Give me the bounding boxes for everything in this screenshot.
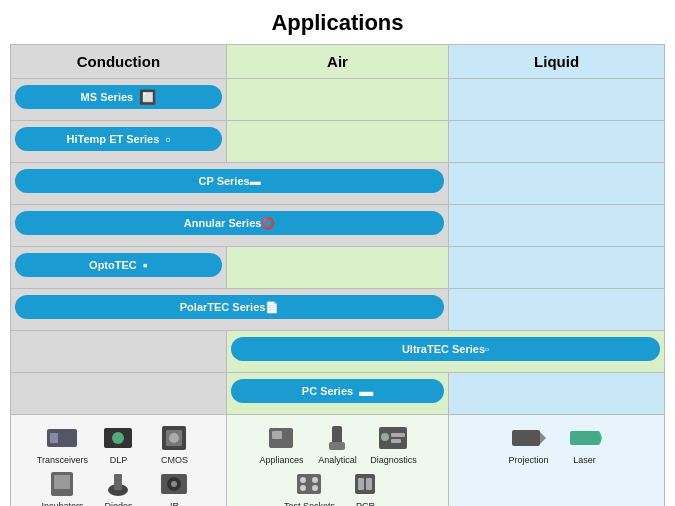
optotec-series-cell: OptoTEC ▪	[11, 247, 227, 289]
appliances-icon	[263, 423, 299, 453]
list-item: Incubators	[36, 469, 88, 506]
annular-series-cell: Annular Series ⭕	[11, 205, 449, 247]
col-header-liquid: Liquid	[449, 45, 665, 79]
svg-rect-34	[570, 431, 600, 445]
diagnostics-label: Diagnostics	[370, 455, 417, 465]
page-title: Applications	[0, 0, 675, 44]
list-item: IR	[148, 469, 200, 506]
ultratec-icon: ▫	[485, 343, 489, 355]
laser-label: Laser	[573, 455, 596, 465]
conduction-icons-cell: Transceivers DLP CMOS	[11, 415, 227, 507]
svg-point-27	[312, 477, 318, 483]
svg-point-21	[381, 433, 389, 441]
list-item: PCR	[339, 469, 391, 506]
pc-series-cell: PC Series ▬	[226, 373, 448, 415]
polartec-icon: 📄	[265, 301, 279, 314]
test-sockets-icon	[291, 469, 327, 499]
list-item: Diodes	[92, 469, 144, 506]
cmos-label: CMOS	[161, 455, 188, 465]
svg-rect-1	[50, 433, 58, 443]
ir-icon	[156, 469, 192, 499]
annular-icon: ⭕	[261, 217, 275, 230]
svg-rect-23	[391, 439, 401, 443]
col-header-conduction: Conduction	[11, 45, 227, 79]
list-item: Projection	[503, 423, 555, 465]
col-header-air: Air	[226, 45, 448, 79]
hitemp-icon: ▫️	[165, 131, 170, 147]
liquid-icon-grid: Projection Laser	[453, 423, 660, 465]
polartec-series-btn[interactable]: PolarTEC Series 📄	[15, 295, 444, 319]
svg-rect-30	[358, 478, 364, 490]
projection-label: Projection	[509, 455, 549, 465]
liquid-icons-cell: Projection Laser	[449, 415, 665, 507]
incubators-label: Incubators	[41, 501, 83, 506]
svg-point-25	[300, 477, 306, 483]
ms-series-cell: MS Series 🔲	[11, 79, 227, 121]
ms-series-btn[interactable]: MS Series 🔲	[15, 85, 222, 109]
svg-rect-10	[114, 474, 122, 490]
hitemp-series-cell: HiTemp ET Series ▫️	[11, 121, 227, 163]
analytical-icon	[319, 423, 355, 453]
transceivers-label: Transceivers	[37, 455, 88, 465]
ultratec-series-btn[interactable]: UltraTEC Series ▫	[231, 337, 660, 361]
list-item: DLP	[92, 423, 144, 465]
cp-series-cell: CP Series ▬	[11, 163, 449, 205]
air-icons-cell: Appliances Analytical Diagnostics	[226, 415, 448, 507]
optotec-icon: ▪	[143, 257, 148, 273]
svg-rect-17	[272, 431, 282, 439]
diodes-label: Diodes	[104, 501, 132, 506]
svg-marker-35	[600, 432, 602, 444]
svg-rect-31	[366, 478, 372, 490]
ultratec-series-cell: UltraTEC Series ▫	[226, 331, 664, 373]
list-item: Laser	[559, 423, 611, 465]
svg-rect-8	[54, 475, 70, 489]
svg-rect-22	[391, 433, 405, 437]
conduction-icon-grid: Transceivers DLP CMOS	[15, 423, 222, 506]
annular-series-btn[interactable]: Annular Series ⭕	[15, 211, 444, 235]
pc-icon: ▬	[359, 383, 373, 399]
svg-rect-32	[512, 430, 540, 446]
list-item: Appliances	[255, 423, 307, 465]
dlp-label: DLP	[110, 455, 128, 465]
hitemp-series-btn[interactable]: HiTemp ET Series ▫️	[15, 127, 222, 151]
list-item: Diagnostics	[367, 423, 419, 465]
dlp-icon	[100, 423, 136, 453]
projection-icon	[511, 423, 547, 453]
cmos-icon	[156, 423, 192, 453]
cp-icon: ▬	[250, 175, 261, 187]
pc-series-btn[interactable]: PC Series ▬	[231, 379, 444, 403]
analytical-label: Analytical	[318, 455, 357, 465]
svg-point-13	[171, 481, 177, 487]
svg-rect-24	[297, 474, 321, 494]
pcr-label: PCR	[356, 501, 375, 506]
svg-point-26	[300, 485, 306, 491]
cp-series-btn[interactable]: CP Series ▬	[15, 169, 444, 193]
diagnostics-icon	[375, 423, 411, 453]
laser-icon	[567, 423, 603, 453]
svg-rect-19	[329, 442, 345, 450]
list-item: CMOS	[148, 423, 200, 465]
optotec-series-btn[interactable]: OptoTEC ▪	[15, 253, 222, 277]
diodes-icon	[100, 469, 136, 499]
list-item: Test Sockets	[283, 469, 335, 506]
ir-label: IR	[170, 501, 179, 506]
ms-icon: 🔲	[139, 89, 156, 105]
pcr-icon	[347, 469, 383, 499]
svg-marker-33	[540, 432, 546, 444]
incubators-icon	[44, 469, 80, 499]
polartec-series-cell: PolarTEC Series 📄	[11, 289, 449, 331]
air-icon-grid: Appliances Analytical Diagnostics	[231, 423, 444, 506]
svg-point-6	[169, 433, 179, 443]
list-item: Transceivers	[36, 423, 88, 465]
test-sockets-label: Test Sockets	[284, 501, 335, 506]
svg-point-28	[312, 485, 318, 491]
list-item: Analytical	[311, 423, 363, 465]
svg-point-3	[112, 432, 124, 444]
appliances-label: Appliances	[259, 455, 303, 465]
transceivers-icon	[44, 423, 80, 453]
